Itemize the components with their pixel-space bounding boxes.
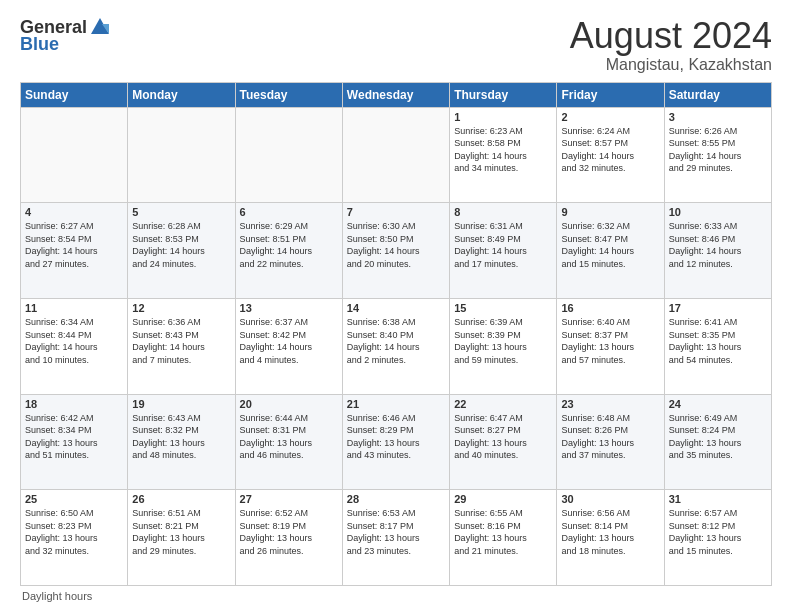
day-number: 15: [454, 302, 552, 314]
day-number: 23: [561, 398, 659, 410]
day-number: 10: [669, 206, 767, 218]
calendar-cell: 31Sunrise: 6:57 AM Sunset: 8:12 PM Dayli…: [664, 490, 771, 586]
calendar-cell: 25Sunrise: 6:50 AM Sunset: 8:23 PM Dayli…: [21, 490, 128, 586]
calendar-header-thursday: Thursday: [450, 82, 557, 107]
month-title: August 2024: [570, 16, 772, 56]
day-number: 30: [561, 493, 659, 505]
calendar-cell: 30Sunrise: 6:56 AM Sunset: 8:14 PM Dayli…: [557, 490, 664, 586]
day-info: Sunrise: 6:29 AM Sunset: 8:51 PM Dayligh…: [240, 220, 338, 270]
day-info: Sunrise: 6:32 AM Sunset: 8:47 PM Dayligh…: [561, 220, 659, 270]
day-info: Sunrise: 6:53 AM Sunset: 8:17 PM Dayligh…: [347, 507, 445, 557]
day-number: 29: [454, 493, 552, 505]
calendar-cell: 7Sunrise: 6:30 AM Sunset: 8:50 PM Daylig…: [342, 203, 449, 299]
day-number: 6: [240, 206, 338, 218]
calendar-cell: 22Sunrise: 6:47 AM Sunset: 8:27 PM Dayli…: [450, 394, 557, 490]
day-info: Sunrise: 6:31 AM Sunset: 8:49 PM Dayligh…: [454, 220, 552, 270]
day-number: 16: [561, 302, 659, 314]
day-number: 13: [240, 302, 338, 314]
calendar-header-saturday: Saturday: [664, 82, 771, 107]
day-number: 31: [669, 493, 767, 505]
calendar-cell: 21Sunrise: 6:46 AM Sunset: 8:29 PM Dayli…: [342, 394, 449, 490]
calendar-week-3: 11Sunrise: 6:34 AM Sunset: 8:44 PM Dayli…: [21, 298, 772, 394]
calendar-header-tuesday: Tuesday: [235, 82, 342, 107]
calendar-cell: 15Sunrise: 6:39 AM Sunset: 8:39 PM Dayli…: [450, 298, 557, 394]
day-info: Sunrise: 6:37 AM Sunset: 8:42 PM Dayligh…: [240, 316, 338, 366]
day-info: Sunrise: 6:51 AM Sunset: 8:21 PM Dayligh…: [132, 507, 230, 557]
calendar-cell: 28Sunrise: 6:53 AM Sunset: 8:17 PM Dayli…: [342, 490, 449, 586]
day-info: Sunrise: 6:26 AM Sunset: 8:55 PM Dayligh…: [669, 125, 767, 175]
calendar-week-2: 4Sunrise: 6:27 AM Sunset: 8:54 PM Daylig…: [21, 203, 772, 299]
day-info: Sunrise: 6:50 AM Sunset: 8:23 PM Dayligh…: [25, 507, 123, 557]
day-info: Sunrise: 6:39 AM Sunset: 8:39 PM Dayligh…: [454, 316, 552, 366]
day-number: 22: [454, 398, 552, 410]
day-info: Sunrise: 6:47 AM Sunset: 8:27 PM Dayligh…: [454, 412, 552, 462]
day-number: 28: [347, 493, 445, 505]
footer-note: Daylight hours: [20, 590, 772, 602]
day-number: 5: [132, 206, 230, 218]
logo-icon: [89, 16, 111, 38]
calendar-table: SundayMondayTuesdayWednesdayThursdayFrid…: [20, 82, 772, 586]
calendar-cell: 20Sunrise: 6:44 AM Sunset: 8:31 PM Dayli…: [235, 394, 342, 490]
day-info: Sunrise: 6:43 AM Sunset: 8:32 PM Dayligh…: [132, 412, 230, 462]
calendar-cell: [128, 107, 235, 203]
day-number: 19: [132, 398, 230, 410]
day-info: Sunrise: 6:30 AM Sunset: 8:50 PM Dayligh…: [347, 220, 445, 270]
logo: General Blue: [20, 16, 111, 55]
calendar-cell: 26Sunrise: 6:51 AM Sunset: 8:21 PM Dayli…: [128, 490, 235, 586]
calendar-cell: 23Sunrise: 6:48 AM Sunset: 8:26 PM Dayli…: [557, 394, 664, 490]
calendar-week-5: 25Sunrise: 6:50 AM Sunset: 8:23 PM Dayli…: [21, 490, 772, 586]
location-title: Mangistau, Kazakhstan: [570, 56, 772, 74]
calendar-cell: 14Sunrise: 6:38 AM Sunset: 8:40 PM Dayli…: [342, 298, 449, 394]
calendar-cell: 3Sunrise: 6:26 AM Sunset: 8:55 PM Daylig…: [664, 107, 771, 203]
day-info: Sunrise: 6:55 AM Sunset: 8:16 PM Dayligh…: [454, 507, 552, 557]
calendar-cell: 12Sunrise: 6:36 AM Sunset: 8:43 PM Dayli…: [128, 298, 235, 394]
day-number: 25: [25, 493, 123, 505]
day-number: 17: [669, 302, 767, 314]
calendar-week-1: 1Sunrise: 6:23 AM Sunset: 8:58 PM Daylig…: [21, 107, 772, 203]
day-info: Sunrise: 6:46 AM Sunset: 8:29 PM Dayligh…: [347, 412, 445, 462]
day-number: 14: [347, 302, 445, 314]
calendar-header-friday: Friday: [557, 82, 664, 107]
calendar-header-monday: Monday: [128, 82, 235, 107]
calendar-cell: 16Sunrise: 6:40 AM Sunset: 8:37 PM Dayli…: [557, 298, 664, 394]
day-number: 27: [240, 493, 338, 505]
calendar-cell: 17Sunrise: 6:41 AM Sunset: 8:35 PM Dayli…: [664, 298, 771, 394]
calendar-cell: 2Sunrise: 6:24 AM Sunset: 8:57 PM Daylig…: [557, 107, 664, 203]
day-info: Sunrise: 6:23 AM Sunset: 8:58 PM Dayligh…: [454, 125, 552, 175]
day-number: 26: [132, 493, 230, 505]
calendar-cell: 29Sunrise: 6:55 AM Sunset: 8:16 PM Dayli…: [450, 490, 557, 586]
calendar-cell: 10Sunrise: 6:33 AM Sunset: 8:46 PM Dayli…: [664, 203, 771, 299]
day-info: Sunrise: 6:48 AM Sunset: 8:26 PM Dayligh…: [561, 412, 659, 462]
calendar-cell: 13Sunrise: 6:37 AM Sunset: 8:42 PM Dayli…: [235, 298, 342, 394]
day-number: 11: [25, 302, 123, 314]
day-number: 4: [25, 206, 123, 218]
day-info: Sunrise: 6:40 AM Sunset: 8:37 PM Dayligh…: [561, 316, 659, 366]
day-number: 1: [454, 111, 552, 123]
calendar-cell: [342, 107, 449, 203]
day-info: Sunrise: 6:28 AM Sunset: 8:53 PM Dayligh…: [132, 220, 230, 270]
calendar-header-wednesday: Wednesday: [342, 82, 449, 107]
day-number: 24: [669, 398, 767, 410]
header: General Blue August 2024 Mangistau, Kaza…: [20, 16, 772, 74]
calendar-cell: 4Sunrise: 6:27 AM Sunset: 8:54 PM Daylig…: [21, 203, 128, 299]
calendar-cell: 11Sunrise: 6:34 AM Sunset: 8:44 PM Dayli…: [21, 298, 128, 394]
day-info: Sunrise: 6:57 AM Sunset: 8:12 PM Dayligh…: [669, 507, 767, 557]
day-info: Sunrise: 6:34 AM Sunset: 8:44 PM Dayligh…: [25, 316, 123, 366]
day-info: Sunrise: 6:52 AM Sunset: 8:19 PM Dayligh…: [240, 507, 338, 557]
day-number: 2: [561, 111, 659, 123]
day-number: 18: [25, 398, 123, 410]
title-block: August 2024 Mangistau, Kazakhstan: [570, 16, 772, 74]
calendar-cell: 24Sunrise: 6:49 AM Sunset: 8:24 PM Dayli…: [664, 394, 771, 490]
day-number: 9: [561, 206, 659, 218]
calendar-cell: 6Sunrise: 6:29 AM Sunset: 8:51 PM Daylig…: [235, 203, 342, 299]
day-number: 20: [240, 398, 338, 410]
calendar-cell: 9Sunrise: 6:32 AM Sunset: 8:47 PM Daylig…: [557, 203, 664, 299]
day-info: Sunrise: 6:56 AM Sunset: 8:14 PM Dayligh…: [561, 507, 659, 557]
calendar-cell: 27Sunrise: 6:52 AM Sunset: 8:19 PM Dayli…: [235, 490, 342, 586]
calendar-cell: 5Sunrise: 6:28 AM Sunset: 8:53 PM Daylig…: [128, 203, 235, 299]
day-number: 12: [132, 302, 230, 314]
calendar-cell: 8Sunrise: 6:31 AM Sunset: 8:49 PM Daylig…: [450, 203, 557, 299]
calendar-header-sunday: Sunday: [21, 82, 128, 107]
day-info: Sunrise: 6:41 AM Sunset: 8:35 PM Dayligh…: [669, 316, 767, 366]
day-info: Sunrise: 6:27 AM Sunset: 8:54 PM Dayligh…: [25, 220, 123, 270]
